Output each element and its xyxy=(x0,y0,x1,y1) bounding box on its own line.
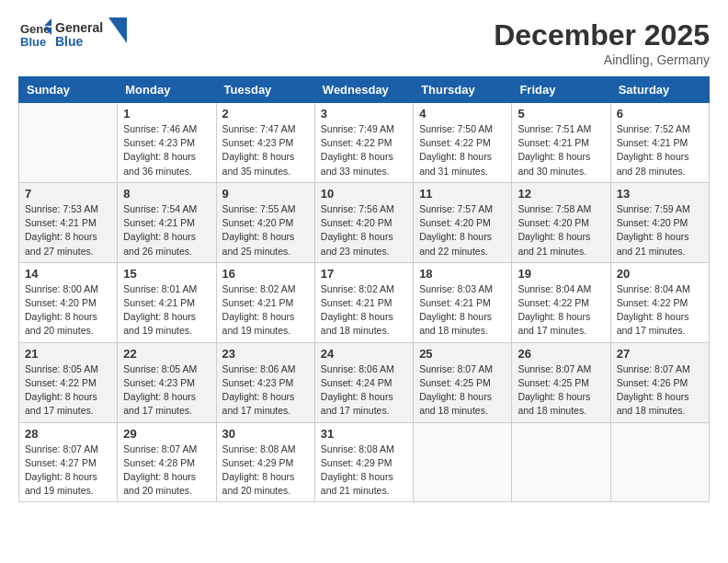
calendar-cell: 7Sunrise: 7:53 AM Sunset: 4:21 PM Daylig… xyxy=(19,182,118,262)
logo-triangle-icon xyxy=(108,17,127,43)
day-number: 22 xyxy=(123,347,210,361)
calendar-week-row: 7Sunrise: 7:53 AM Sunset: 4:21 PM Daylig… xyxy=(19,182,710,262)
day-info: Sunrise: 7:55 AM Sunset: 4:20 PM Dayligh… xyxy=(222,202,309,259)
calendar-table: SundayMondayTuesdayWednesdayThursdayFrid… xyxy=(18,76,710,502)
day-info: Sunrise: 8:02 AM Sunset: 4:21 PM Dayligh… xyxy=(321,282,407,339)
calendar-cell: 2Sunrise: 7:47 AM Sunset: 4:23 PM Daylig… xyxy=(216,103,314,183)
day-info: Sunrise: 8:06 AM Sunset: 4:23 PM Dayligh… xyxy=(222,362,309,419)
logo-general: General xyxy=(55,21,103,35)
weekday-header: Saturday xyxy=(610,77,709,103)
day-number: 12 xyxy=(518,187,604,201)
weekday-header: Thursday xyxy=(414,77,512,103)
day-number: 23 xyxy=(222,347,309,361)
day-number: 2 xyxy=(222,107,309,121)
day-info: Sunrise: 7:49 AM Sunset: 4:22 PM Dayligh… xyxy=(321,122,407,178)
day-info: Sunrise: 8:07 AM Sunset: 4:25 PM Dayligh… xyxy=(419,362,506,419)
day-info: Sunrise: 8:02 AM Sunset: 4:21 PM Dayligh… xyxy=(222,282,309,339)
day-info: Sunrise: 8:05 AM Sunset: 4:22 PM Dayligh… xyxy=(25,362,111,419)
day-info: Sunrise: 8:07 AM Sunset: 4:27 PM Dayligh… xyxy=(25,442,111,499)
day-info: Sunrise: 8:05 AM Sunset: 4:23 PM Dayligh… xyxy=(123,362,210,419)
day-number: 6 xyxy=(617,107,703,121)
calendar-cell: 19Sunrise: 8:04 AM Sunset: 4:22 PM Dayli… xyxy=(512,262,610,342)
day-number: 31 xyxy=(321,427,407,441)
day-number: 29 xyxy=(123,427,210,441)
day-number: 4 xyxy=(419,107,506,121)
month-title: December 2025 xyxy=(494,18,710,52)
calendar-cell: 29Sunrise: 8:07 AM Sunset: 4:28 PM Dayli… xyxy=(118,422,216,502)
day-number: 18 xyxy=(419,267,506,281)
calendar-header-row: SundayMondayTuesdayWednesdayThursdayFrid… xyxy=(19,77,710,103)
logo-icon: General Blue xyxy=(18,18,51,52)
day-info: Sunrise: 7:50 AM Sunset: 4:22 PM Dayligh… xyxy=(419,122,506,178)
svg-marker-5 xyxy=(108,17,127,43)
page-header: General Blue General Blue December 2025 … xyxy=(18,18,710,67)
day-number: 21 xyxy=(25,347,111,361)
day-number: 11 xyxy=(419,187,506,201)
weekday-header: Wednesday xyxy=(314,77,413,103)
location: Aindling, Germany xyxy=(494,52,710,67)
day-info: Sunrise: 8:03 AM Sunset: 4:21 PM Dayligh… xyxy=(419,282,506,339)
day-number: 17 xyxy=(321,267,407,281)
weekday-header: Sunday xyxy=(19,77,118,103)
day-info: Sunrise: 7:52 AM Sunset: 4:21 PM Dayligh… xyxy=(617,122,703,178)
calendar-cell: 20Sunrise: 8:04 AM Sunset: 4:22 PM Dayli… xyxy=(610,262,709,342)
day-number: 25 xyxy=(419,347,506,361)
day-info: Sunrise: 7:54 AM Sunset: 4:21 PM Dayligh… xyxy=(123,202,210,259)
calendar-cell xyxy=(610,422,709,502)
calendar-cell: 21Sunrise: 8:05 AM Sunset: 4:22 PM Dayli… xyxy=(19,342,118,422)
day-info: Sunrise: 7:57 AM Sunset: 4:20 PM Dayligh… xyxy=(419,202,506,259)
calendar-cell: 9Sunrise: 7:55 AM Sunset: 4:20 PM Daylig… xyxy=(216,182,314,262)
calendar-cell: 27Sunrise: 8:07 AM Sunset: 4:26 PM Dayli… xyxy=(610,342,709,422)
weekday-header: Monday xyxy=(118,77,216,103)
calendar-week-row: 28Sunrise: 8:07 AM Sunset: 4:27 PM Dayli… xyxy=(19,422,710,502)
day-info: Sunrise: 8:07 AM Sunset: 4:26 PM Dayligh… xyxy=(617,362,703,419)
day-info: Sunrise: 7:58 AM Sunset: 4:20 PM Dayligh… xyxy=(518,202,604,259)
day-number: 30 xyxy=(222,427,309,441)
day-info: Sunrise: 8:04 AM Sunset: 4:22 PM Dayligh… xyxy=(518,282,604,339)
calendar-cell: 3Sunrise: 7:49 AM Sunset: 4:22 PM Daylig… xyxy=(314,103,413,183)
calendar-cell: 22Sunrise: 8:05 AM Sunset: 4:23 PM Dayli… xyxy=(118,342,216,422)
calendar-week-row: 14Sunrise: 8:00 AM Sunset: 4:20 PM Dayli… xyxy=(19,262,710,342)
day-number: 1 xyxy=(123,107,210,121)
calendar-cell: 8Sunrise: 7:54 AM Sunset: 4:21 PM Daylig… xyxy=(118,182,216,262)
day-number: 14 xyxy=(25,267,111,281)
calendar-cell: 6Sunrise: 7:52 AM Sunset: 4:21 PM Daylig… xyxy=(610,103,709,183)
calendar-cell: 16Sunrise: 8:02 AM Sunset: 4:21 PM Dayli… xyxy=(216,262,314,342)
day-info: Sunrise: 7:51 AM Sunset: 4:21 PM Dayligh… xyxy=(518,122,604,178)
calendar-cell xyxy=(512,422,610,502)
calendar-cell: 11Sunrise: 7:57 AM Sunset: 4:20 PM Dayli… xyxy=(414,182,512,262)
calendar-week-row: 21Sunrise: 8:05 AM Sunset: 4:22 PM Dayli… xyxy=(19,342,710,422)
day-info: Sunrise: 8:07 AM Sunset: 4:25 PM Dayligh… xyxy=(518,362,604,419)
day-number: 24 xyxy=(321,347,407,361)
calendar-cell: 5Sunrise: 7:51 AM Sunset: 4:21 PM Daylig… xyxy=(512,103,610,183)
day-info: Sunrise: 7:59 AM Sunset: 4:20 PM Dayligh… xyxy=(617,202,703,259)
day-info: Sunrise: 8:08 AM Sunset: 4:29 PM Dayligh… xyxy=(222,442,309,499)
calendar-cell: 15Sunrise: 8:01 AM Sunset: 4:21 PM Dayli… xyxy=(118,262,216,342)
day-info: Sunrise: 8:07 AM Sunset: 4:28 PM Dayligh… xyxy=(123,442,210,499)
day-info: Sunrise: 8:04 AM Sunset: 4:22 PM Dayligh… xyxy=(617,282,703,339)
day-number: 28 xyxy=(25,427,111,441)
calendar-cell: 25Sunrise: 8:07 AM Sunset: 4:25 PM Dayli… xyxy=(414,342,512,422)
logo: General Blue General Blue xyxy=(18,18,127,52)
day-number: 10 xyxy=(321,187,407,201)
day-number: 9 xyxy=(222,187,309,201)
svg-text:Blue: Blue xyxy=(20,35,46,49)
day-info: Sunrise: 7:56 AM Sunset: 4:20 PM Dayligh… xyxy=(321,202,407,259)
logo-blue: Blue xyxy=(55,35,103,49)
day-number: 3 xyxy=(321,107,407,121)
calendar-week-row: 1Sunrise: 7:46 AM Sunset: 4:23 PM Daylig… xyxy=(19,103,710,183)
day-info: Sunrise: 8:01 AM Sunset: 4:21 PM Dayligh… xyxy=(123,282,210,339)
day-info: Sunrise: 8:08 AM Sunset: 4:29 PM Dayligh… xyxy=(321,442,407,499)
title-block: December 2025 Aindling, Germany xyxy=(494,18,710,67)
day-info: Sunrise: 7:53 AM Sunset: 4:21 PM Dayligh… xyxy=(25,202,111,259)
day-number: 26 xyxy=(518,347,604,361)
calendar-cell: 31Sunrise: 8:08 AM Sunset: 4:29 PM Dayli… xyxy=(314,422,413,502)
calendar-cell xyxy=(414,422,512,502)
calendar-cell xyxy=(19,103,118,183)
day-info: Sunrise: 8:06 AM Sunset: 4:24 PM Dayligh… xyxy=(321,362,407,419)
calendar-cell: 30Sunrise: 8:08 AM Sunset: 4:29 PM Dayli… xyxy=(216,422,314,502)
day-number: 7 xyxy=(25,187,111,201)
day-number: 5 xyxy=(518,107,604,121)
weekday-header: Friday xyxy=(512,77,610,103)
calendar-cell: 1Sunrise: 7:46 AM Sunset: 4:23 PM Daylig… xyxy=(118,103,216,183)
